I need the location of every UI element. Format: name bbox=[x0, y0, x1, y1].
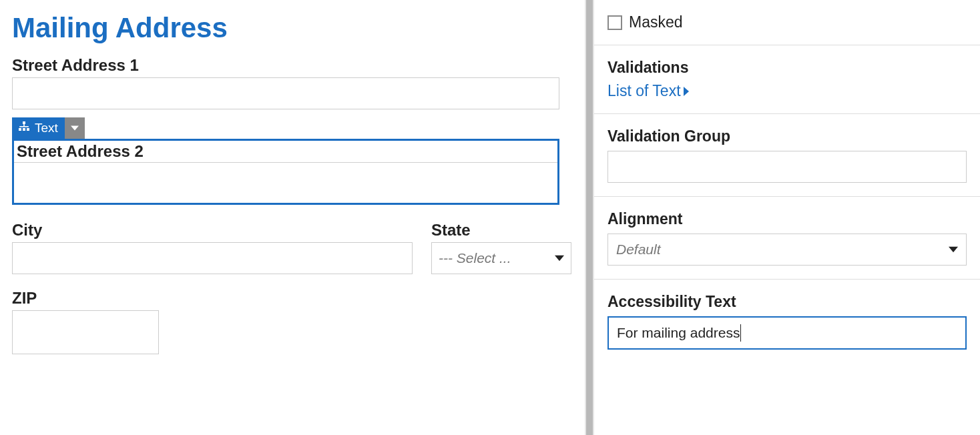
zip-block: ZIP bbox=[12, 289, 573, 354]
text-cursor bbox=[740, 324, 741, 342]
masked-label: Masked bbox=[629, 13, 683, 31]
validations-link[interactable]: List of Text bbox=[607, 82, 690, 100]
panel-scrollbar[interactable] bbox=[585, 0, 594, 435]
svg-marker-9 bbox=[949, 247, 958, 252]
hierarchy-icon bbox=[19, 121, 29, 135]
section-divider bbox=[594, 113, 980, 114]
accessibility-heading: Accessibility Text bbox=[607, 293, 967, 311]
section-divider bbox=[594, 45, 980, 45]
city-state-row: City State --- Select ... bbox=[12, 221, 573, 274]
svg-rect-0 bbox=[23, 121, 25, 124]
city-input[interactable] bbox=[12, 242, 413, 274]
accessibility-text-input[interactable]: For mailing address bbox=[607, 316, 967, 350]
selection-tag: Text bbox=[12, 117, 85, 139]
validations-link-text: List of Text bbox=[607, 82, 681, 100]
validation-group-heading: Validation Group bbox=[607, 127, 967, 145]
masked-checkbox[interactable] bbox=[607, 15, 622, 30]
street2-outline: Street Address 2 bbox=[12, 139, 559, 205]
svg-rect-2 bbox=[23, 128, 25, 131]
street2-block-selected[interactable]: Text Street Address 2 bbox=[12, 139, 559, 205]
state-placeholder: --- Select ... bbox=[439, 250, 511, 266]
svg-rect-3 bbox=[27, 128, 29, 131]
validation-group-input[interactable] bbox=[607, 151, 967, 183]
caret-down-icon bbox=[555, 250, 564, 267]
state-label: State bbox=[431, 221, 571, 240]
form-canvas: Mailing Address Street Address 1 Text St… bbox=[12, 12, 573, 354]
masked-row: Masked bbox=[607, 13, 967, 31]
alignment-heading: Alignment bbox=[607, 210, 967, 228]
section-divider bbox=[594, 279, 980, 280]
street2-label: Street Address 2 bbox=[17, 142, 555, 161]
validations-heading: Validations bbox=[607, 59, 967, 77]
caret-down-icon bbox=[71, 121, 79, 135]
zip-input[interactable] bbox=[12, 310, 159, 354]
svg-marker-8 bbox=[684, 87, 689, 96]
caret-right-icon bbox=[684, 82, 690, 100]
svg-rect-1 bbox=[19, 128, 21, 131]
street2-input[interactable] bbox=[14, 163, 557, 203]
selection-tag-body[interactable]: Text bbox=[12, 117, 65, 139]
state-block: State --- Select ... bbox=[431, 221, 571, 274]
alignment-select[interactable]: Default bbox=[607, 234, 967, 266]
selection-tag-dropdown[interactable] bbox=[65, 117, 85, 139]
section-divider bbox=[594, 196, 980, 197]
zip-label: ZIP bbox=[12, 289, 573, 308]
accessibility-text-value: For mailing address bbox=[617, 325, 740, 341]
svg-marker-6 bbox=[71, 125, 79, 130]
city-block: City bbox=[12, 221, 413, 274]
alignment-value: Default bbox=[616, 242, 661, 258]
caret-down-icon bbox=[949, 242, 958, 258]
form-title: Mailing Address bbox=[12, 12, 573, 44]
svg-rect-5 bbox=[19, 126, 29, 127]
selection-tag-label: Text bbox=[35, 121, 58, 135]
state-select[interactable]: --- Select ... bbox=[431, 242, 571, 274]
street1-input[interactable] bbox=[12, 77, 559, 109]
street1-label: Street Address 1 bbox=[12, 56, 573, 75]
city-label: City bbox=[12, 221, 413, 240]
street1-block: Street Address 1 bbox=[12, 56, 573, 109]
properties-panel: Masked Validations List of Text Validati… bbox=[594, 0, 980, 435]
svg-marker-7 bbox=[555, 256, 564, 261]
